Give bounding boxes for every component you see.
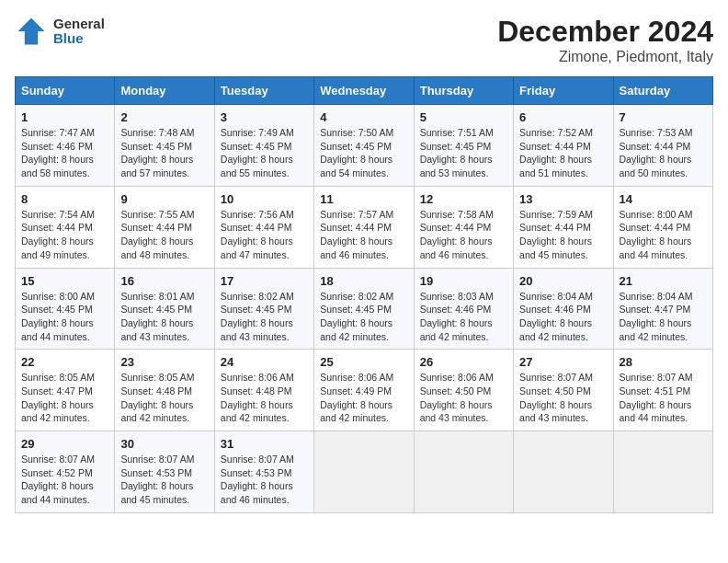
- day-number: 5: [420, 110, 507, 124]
- logo-icon: [15, 15, 48, 48]
- calendar-cell: 13 Sunrise: 7:59 AMSunset: 4:44 PMDaylig…: [514, 186, 613, 268]
- weekday-header-thursday: Thursday: [414, 77, 513, 105]
- calendar-table: SundayMondayTuesdayWednesdayThursdayFrid…: [15, 76, 713, 513]
- calendar-cell: 25 Sunrise: 8:06 AMSunset: 4:49 PMDaylig…: [314, 350, 414, 431]
- day-number: 20: [519, 274, 607, 288]
- day-number: 18: [320, 274, 407, 288]
- day-info: Sunrise: 8:07 AMSunset: 4:53 PMDaylight:…: [120, 454, 194, 505]
- calendar-cell: 16 Sunrise: 8:01 AMSunset: 4:45 PMDaylig…: [115, 268, 214, 350]
- day-number: 10: [221, 192, 308, 206]
- calendar-week-4: 22 Sunrise: 8:05 AMSunset: 4:47 PMDaylig…: [16, 350, 713, 431]
- day-info: Sunrise: 8:02 AMSunset: 4:45 PMDaylight:…: [320, 291, 393, 342]
- logo-text: General Blue: [53, 17, 105, 47]
- svg-marker-0: [18, 18, 45, 45]
- logo: General Blue: [15, 15, 105, 48]
- calendar-cell: 12 Sunrise: 7:58 AMSunset: 4:44 PMDaylig…: [414, 186, 513, 268]
- day-number: 7: [620, 110, 707, 124]
- calendar-cell: 14 Sunrise: 8:00 AMSunset: 4:44 PMDaylig…: [613, 186, 712, 268]
- day-number: 11: [320, 192, 407, 206]
- day-info: Sunrise: 8:02 AMSunset: 4:45 PMDaylight:…: [221, 291, 294, 342]
- day-number: 23: [120, 355, 208, 369]
- day-number: 15: [21, 274, 108, 288]
- day-number: 31: [221, 437, 308, 451]
- day-info: Sunrise: 8:07 AMSunset: 4:50 PMDaylight:…: [519, 372, 593, 423]
- day-info: Sunrise: 8:06 AMSunset: 4:49 PMDaylight:…: [320, 372, 393, 423]
- day-info: Sunrise: 8:05 AMSunset: 4:48 PMDaylight:…: [120, 372, 194, 423]
- calendar-cell: 11 Sunrise: 7:57 AMSunset: 4:44 PMDaylig…: [314, 186, 414, 268]
- day-info: Sunrise: 7:58 AMSunset: 4:44 PMDaylight:…: [420, 209, 494, 260]
- calendar-week-2: 8 Sunrise: 7:54 AMSunset: 4:44 PMDayligh…: [16, 186, 713, 268]
- calendar-cell: 31 Sunrise: 8:07 AMSunset: 4:53 PMDaylig…: [214, 431, 313, 513]
- day-number: 24: [221, 355, 308, 369]
- day-number: 19: [420, 274, 507, 288]
- day-number: 16: [120, 274, 208, 288]
- day-number: 14: [620, 192, 707, 206]
- day-info: Sunrise: 8:06 AMSunset: 4:50 PMDaylight:…: [420, 372, 494, 423]
- day-info: Sunrise: 7:48 AMSunset: 4:45 PMDaylight:…: [120, 127, 194, 178]
- day-number: 8: [21, 192, 108, 206]
- calendar-cell: 10 Sunrise: 7:56 AMSunset: 4:44 PMDaylig…: [214, 186, 313, 268]
- day-info: Sunrise: 7:53 AMSunset: 4:44 PMDaylight:…: [620, 127, 693, 178]
- day-number: 17: [221, 274, 308, 288]
- calendar-cell: 9 Sunrise: 7:55 AMSunset: 4:44 PMDayligh…: [115, 186, 214, 268]
- calendar-cell: 29 Sunrise: 8:07 AMSunset: 4:52 PMDaylig…: [16, 431, 115, 513]
- calendar-cell: 2 Sunrise: 7:48 AMSunset: 4:45 PMDayligh…: [115, 105, 214, 187]
- day-number: 3: [221, 110, 308, 124]
- calendar-week-1: 1 Sunrise: 7:47 AMSunset: 4:46 PMDayligh…: [16, 105, 713, 187]
- calendar-cell: 4 Sunrise: 7:50 AMSunset: 4:45 PMDayligh…: [314, 105, 414, 187]
- day-info: Sunrise: 8:07 AMSunset: 4:53 PMDaylight:…: [221, 454, 294, 505]
- calendar-cell: [314, 431, 414, 513]
- calendar-cell: 17 Sunrise: 8:02 AMSunset: 4:45 PMDaylig…: [214, 268, 313, 350]
- calendar-cell: 23 Sunrise: 8:05 AMSunset: 4:48 PMDaylig…: [115, 350, 214, 431]
- calendar-subtitle: Zimone, Piedmont, Italy: [497, 49, 713, 65]
- day-number: 27: [519, 355, 607, 369]
- weekday-header-sunday: Sunday: [16, 77, 115, 105]
- calendar-cell: [414, 431, 513, 513]
- calendar-cell: 30 Sunrise: 8:07 AMSunset: 4:53 PMDaylig…: [115, 431, 214, 513]
- day-number: 12: [420, 192, 507, 206]
- day-number: 1: [21, 110, 108, 124]
- day-info: Sunrise: 7:50 AMSunset: 4:45 PMDaylight:…: [320, 127, 393, 178]
- weekday-header-friday: Friday: [514, 77, 613, 105]
- day-number: 30: [120, 437, 208, 451]
- day-info: Sunrise: 7:56 AMSunset: 4:44 PMDaylight:…: [221, 209, 294, 260]
- calendar-cell: 28 Sunrise: 8:07 AMSunset: 4:51 PMDaylig…: [613, 350, 712, 431]
- calendar-cell: 27 Sunrise: 8:07 AMSunset: 4:50 PMDaylig…: [514, 350, 613, 431]
- calendar-cell: 21 Sunrise: 8:04 AMSunset: 4:47 PMDaylig…: [613, 268, 712, 350]
- day-info: Sunrise: 7:55 AMSunset: 4:44 PMDaylight:…: [120, 209, 194, 260]
- day-info: Sunrise: 8:01 AMSunset: 4:45 PMDaylight:…: [120, 291, 194, 342]
- day-info: Sunrise: 8:06 AMSunset: 4:48 PMDaylight:…: [221, 372, 294, 423]
- day-info: Sunrise: 7:51 AMSunset: 4:45 PMDaylight:…: [420, 127, 494, 178]
- calendar-week-5: 29 Sunrise: 8:07 AMSunset: 4:52 PMDaylig…: [16, 431, 713, 513]
- day-number: 9: [120, 192, 208, 206]
- day-number: 13: [519, 192, 607, 206]
- calendar-cell: 26 Sunrise: 8:06 AMSunset: 4:50 PMDaylig…: [414, 350, 513, 431]
- calendar-cell: [514, 431, 613, 513]
- calendar-cell: 6 Sunrise: 7:52 AMSunset: 4:44 PMDayligh…: [514, 105, 613, 187]
- day-info: Sunrise: 7:49 AMSunset: 4:45 PMDaylight:…: [221, 127, 294, 178]
- logo-line2: Blue: [53, 31, 105, 47]
- calendar-cell: 24 Sunrise: 8:06 AMSunset: 4:48 PMDaylig…: [214, 350, 313, 431]
- logo-line1: General: [53, 17, 105, 32]
- day-info: Sunrise: 8:03 AMSunset: 4:46 PMDaylight:…: [420, 291, 494, 342]
- day-info: Sunrise: 7:57 AMSunset: 4:44 PMDaylight:…: [320, 209, 393, 260]
- day-number: 26: [420, 355, 507, 369]
- calendar-cell: 5 Sunrise: 7:51 AMSunset: 4:45 PMDayligh…: [414, 105, 513, 187]
- day-number: 21: [620, 274, 707, 288]
- calendar-cell: 22 Sunrise: 8:05 AMSunset: 4:47 PMDaylig…: [16, 350, 115, 431]
- weekday-header-row: SundayMondayTuesdayWednesdayThursdayFrid…: [16, 77, 713, 105]
- day-number: 2: [120, 110, 208, 124]
- calendar-week-3: 15 Sunrise: 8:00 AMSunset: 4:45 PMDaylig…: [16, 268, 713, 350]
- day-info: Sunrise: 7:52 AMSunset: 4:44 PMDaylight:…: [519, 127, 593, 178]
- day-info: Sunrise: 7:54 AMSunset: 4:44 PMDaylight:…: [21, 209, 95, 260]
- calendar-cell: 1 Sunrise: 7:47 AMSunset: 4:46 PMDayligh…: [16, 105, 115, 187]
- day-info: Sunrise: 7:47 AMSunset: 4:46 PMDaylight:…: [21, 127, 95, 178]
- calendar-cell: [613, 431, 712, 513]
- day-number: 6: [519, 110, 607, 124]
- day-info: Sunrise: 8:07 AMSunset: 4:52 PMDaylight:…: [21, 454, 95, 505]
- calendar-cell: 18 Sunrise: 8:02 AMSunset: 4:45 PMDaylig…: [314, 268, 414, 350]
- day-info: Sunrise: 8:04 AMSunset: 4:46 PMDaylight:…: [519, 291, 593, 342]
- weekday-header-tuesday: Tuesday: [214, 77, 313, 105]
- calendar-cell: 20 Sunrise: 8:04 AMSunset: 4:46 PMDaylig…: [514, 268, 613, 350]
- weekday-header-monday: Monday: [115, 77, 214, 105]
